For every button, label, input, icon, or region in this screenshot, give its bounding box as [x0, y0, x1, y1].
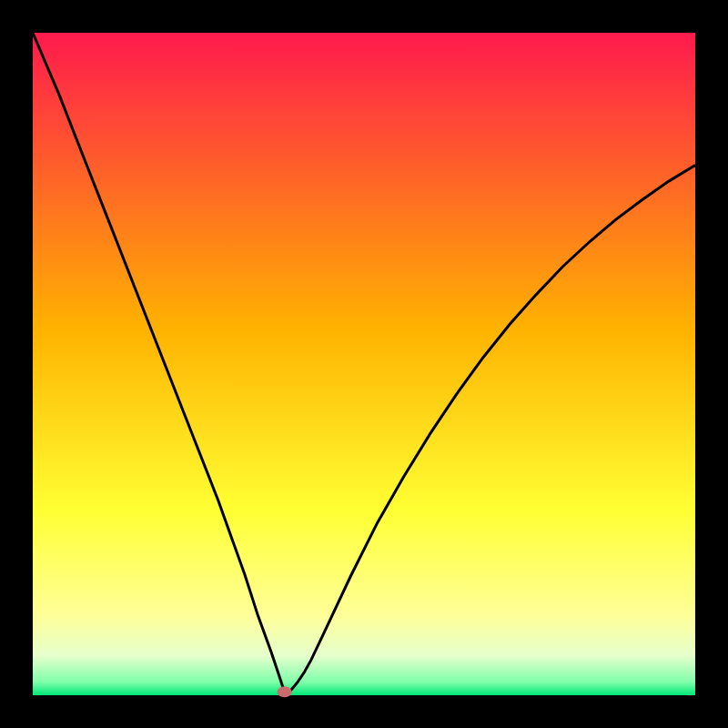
gradient-plot-area — [33, 33, 695, 695]
optimal-point-marker — [278, 686, 292, 697]
bottleneck-chart — [0, 0, 728, 728]
chart-frame: TheBottleneck.com — [0, 0, 728, 728]
